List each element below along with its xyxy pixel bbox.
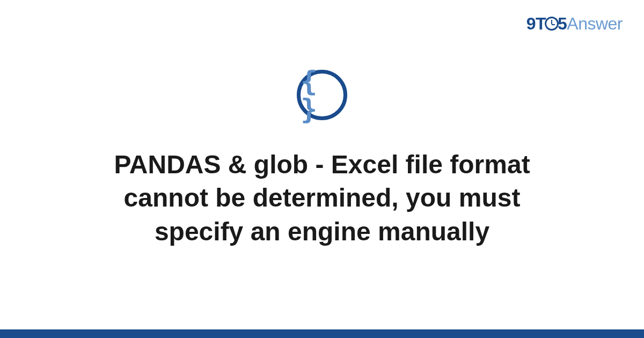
site-logo: 9T5Answer xyxy=(526,14,623,34)
category-icon-circle: { } xyxy=(297,70,347,120)
clock-icon xyxy=(545,17,559,31)
main-content: { } PANDAS & glob - Excel file format ca… xyxy=(0,70,644,248)
page-title: PANDAS & glob - Excel file format cannot… xyxy=(64,148,580,248)
code-braces-icon: { } xyxy=(301,67,343,123)
bottom-accent-bar xyxy=(0,329,644,338)
logo-part-9t: 9T xyxy=(526,14,546,33)
logo-part-answer: Answer xyxy=(567,14,623,33)
logo-part-5: 5 xyxy=(558,14,567,33)
